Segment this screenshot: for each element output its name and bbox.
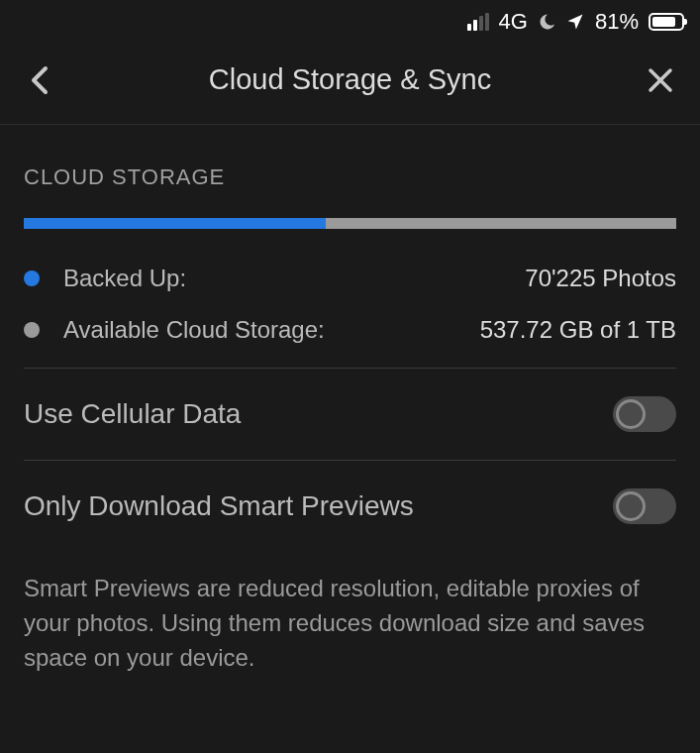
available-storage-label: Available Cloud Storage: (63, 316, 480, 344)
storage-progress-fill (24, 218, 326, 229)
battery-fill (652, 17, 675, 27)
smart-previews-setting[interactable]: Only Download Smart Previews (24, 461, 676, 552)
available-storage-value: 537.72 GB of 1 TB (480, 316, 676, 344)
back-button[interactable] (24, 64, 55, 96)
cellular-data-label: Use Cellular Data (24, 398, 241, 430)
toggle-thumb (616, 491, 646, 521)
battery-percent: 81% (595, 9, 639, 35)
battery-icon (649, 13, 684, 31)
storage-progress-bar (24, 218, 676, 229)
do-not-disturb-icon (538, 12, 557, 32)
backed-up-dot-icon (24, 270, 40, 286)
page-title: Cloud Storage & Sync (55, 63, 645, 96)
backed-up-row: Backed Up: 70'225 Photos (24, 265, 676, 292)
cellular-data-toggle[interactable] (613, 396, 676, 432)
location-arrow-icon (565, 12, 585, 32)
cellular-data-setting[interactable]: Use Cellular Data (24, 369, 676, 461)
toggle-thumb (616, 399, 646, 429)
signal-strength-icon (467, 13, 489, 31)
close-button[interactable] (645, 64, 676, 96)
backed-up-value: 70'225 Photos (525, 265, 676, 292)
smart-previews-label: Only Download Smart Previews (24, 490, 414, 522)
smart-previews-toggle[interactable] (613, 488, 676, 524)
nav-header: Cloud Storage & Sync (0, 44, 700, 125)
backed-up-label: Backed Up: (63, 265, 525, 292)
cloud-storage-section-header: CLOUD STORAGE (24, 164, 676, 190)
available-storage-row: Available Cloud Storage: 537.72 GB of 1 … (24, 316, 676, 344)
available-dot-icon (24, 322, 40, 338)
status-bar: 4G 81% (0, 0, 700, 44)
smart-previews-description: Smart Previews are reduced resolution, e… (24, 572, 676, 699)
network-type: 4G (499, 9, 528, 35)
